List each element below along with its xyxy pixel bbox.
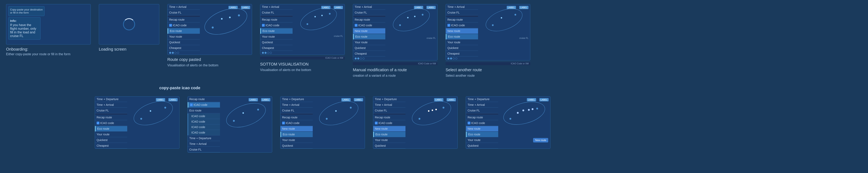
b2-dd-icao2[interactable]: ICAO code	[190, 119, 220, 124]
time-arrival-item-1[interactable]: Time + Arrival	[167, 4, 200, 10]
bottom-svg-4	[405, 97, 458, 130]
b5-dep[interactable]: Time + Departure	[466, 97, 498, 102]
quickest-item-1[interactable]: Quickest	[167, 40, 200, 45]
b4-new[interactable]: New route	[373, 126, 405, 131]
bottom-panel-3-group: Time + Departure Time + Arrival Cruise F…	[280, 96, 365, 149]
b5-icao-icon: ✓	[468, 122, 470, 124]
svg-point-3	[483, 4, 525, 35]
quickest-item-4[interactable]: Quickest	[446, 45, 478, 51]
b4-dep[interactable]: Time + Departure	[373, 97, 405, 102]
cheapest-item-3[interactable]: Cheapest	[353, 51, 385, 56]
dot-2-2	[265, 52, 267, 54]
b1-cheap[interactable]: Cheapest	[95, 143, 127, 149]
b5-wp-1	[517, 112, 519, 114]
cruise-fl-item-1[interactable]: Cruise FL	[167, 10, 200, 16]
b5-arr[interactable]: Time + Arrival	[466, 102, 498, 108]
b3-dep[interactable]: Time + Departure	[280, 97, 313, 102]
your-route-item-2[interactable]: Your route	[260, 34, 292, 40]
b3-your[interactable]: Your route	[280, 138, 313, 143]
cheapest-item-4[interactable]: Cheapest	[446, 51, 478, 56]
b3-eco[interactable]: Eco route	[280, 132, 313, 137]
b2-dd-icao3[interactable]: ICAO code	[190, 124, 220, 130]
icao-code-item-3[interactable]: ✓ ICAO code	[353, 23, 385, 28]
select-another-group: Time + Arrival Cruise FL Recap route ✓ I…	[445, 4, 530, 77]
b5-new[interactable]: New route	[466, 126, 498, 131]
b1-recap[interactable]: Recap route	[95, 115, 127, 120]
cheapest-item-1[interactable]: Cheapest	[167, 45, 200, 51]
b5-fl[interactable]: Cruise FL	[466, 108, 498, 113]
select-another-sublabel: Select another route	[445, 74, 530, 77]
b4-your[interactable]: Your route	[373, 138, 405, 143]
b1-dep[interactable]: Time + Departure	[95, 97, 127, 102]
eco-route-item-2[interactable]: Eco route	[260, 28, 292, 34]
your-route-item-4[interactable]: Your route	[446, 40, 478, 45]
cruise-fl-item-2[interactable]: Cruise FL	[260, 10, 292, 16]
route-copy-label: Route copy pasted	[167, 57, 252, 62]
bottom-sidebar-3: Time + Departure Time + Arrival Cruise F…	[280, 97, 313, 149]
b1-your[interactable]: Your route	[95, 132, 127, 137]
icao-code-item-4[interactable]: ✓ ICAO code	[446, 23, 478, 28]
b5-your[interactable]: Your route	[466, 138, 498, 143]
quickest-item-2[interactable]: Quickest	[260, 40, 292, 45]
new-route-button-map[interactable]: New route	[533, 138, 548, 143]
b1-icao[interactable]: ✓ ICAO code	[95, 120, 127, 126]
b2-dd-icao4[interactable]: ICAO code	[190, 130, 220, 135]
b1-eco[interactable]: Eco route	[95, 126, 127, 131]
b4-quick[interactable]: Quickest	[373, 143, 405, 149]
your-route-item-3[interactable]: Your route	[353, 40, 385, 45]
new-route-item-3[interactable]: New route	[353, 28, 385, 34]
b5-eco[interactable]: Eco route	[466, 132, 498, 137]
recap-route-item-4[interactable]: Recap route	[446, 17, 478, 22]
b2-fl[interactable]: Cruise FL	[188, 147, 220, 152]
b4-arr[interactable]: Time + Arrival	[373, 102, 405, 108]
b1-fl[interactable]: Cruise FL	[95, 108, 127, 113]
cruise-fl-item-4[interactable]: Cruise FL	[446, 10, 478, 16]
cruise-fl-item-3[interactable]: Cruise FL	[353, 10, 385, 16]
b3-icao[interactable]: ✓ ICAO code	[280, 120, 313, 126]
b3-recap[interactable]: Recap route	[280, 115, 313, 120]
b4-eco[interactable]: Eco route	[373, 132, 405, 137]
b4-fl[interactable]: Cruise FL	[373, 108, 405, 113]
dot-4-1	[447, 57, 450, 59]
time-arrival-item-2[interactable]: Time + Arrival	[260, 4, 292, 10]
b2-dd-icao1[interactable]: ICAO code	[190, 114, 220, 119]
new-route-item-4[interactable]: New route	[446, 28, 478, 34]
bottom-map-1: LABEL LABEL	[127, 97, 179, 149]
b3-arr[interactable]: Time + Arrival	[280, 102, 313, 108]
recap-route-item-3[interactable]: Recap route	[353, 17, 385, 22]
recap-route-item-2[interactable]: Recap route	[260, 17, 292, 22]
dot-3-3	[360, 57, 362, 59]
b1-quick[interactable]: Quickest	[95, 138, 127, 143]
icao-code-item-2[interactable]: ✓ ICAO code	[260, 23, 292, 28]
time-arrival-item-4[interactable]: Time + Arrival	[446, 4, 478, 10]
b4-icao[interactable]: ✓ ICAO code	[373, 120, 405, 126]
b3-new[interactable]: New route	[280, 126, 313, 131]
label-chip-4a: LABEL	[519, 6, 528, 9]
time-arrival-item-3[interactable]: Time + Arrival	[353, 4, 385, 10]
b2-icao-active[interactable]: ✓ ICAO code	[188, 102, 220, 108]
b1-wp-end	[164, 107, 166, 108]
bottom-vis-sidebar: Time + Arrival Cruise FL Recap route ✓ I…	[260, 4, 292, 55]
b2-arr[interactable]: Time + Arrival	[188, 141, 220, 147]
your-route-item-1[interactable]: Your route	[167, 34, 200, 40]
b2-recap[interactable]: Recap route	[188, 97, 220, 102]
b1-arr[interactable]: Time + Arrival	[95, 102, 127, 108]
b5-recap[interactable]: Recap route	[466, 115, 498, 120]
b2-dep[interactable]: Time + Departure	[188, 135, 220, 141]
eco-route-item-1[interactable]: Eco route	[167, 28, 200, 34]
icao-code-item-1[interactable]: ✓ ICAO code	[167, 23, 200, 28]
b4-recap[interactable]: Recap route	[373, 115, 405, 120]
recap-route-item-1[interactable]: Recap route	[167, 17, 200, 22]
svg-point-6	[316, 97, 361, 130]
b3-fl[interactable]: Cruise FL	[280, 108, 313, 113]
bottom-map-3: LABEL LABEL	[313, 97, 365, 149]
quickest-item-3[interactable]: Quickest	[353, 45, 385, 51]
b5-icao[interactable]: ✓ ICAO code	[466, 120, 498, 126]
eco-route-item-3[interactable]: Eco route	[353, 34, 385, 40]
b3-quick[interactable]: Quickest	[280, 143, 313, 149]
dot-3-2	[357, 57, 359, 59]
b5-quick[interactable]: Quickest	[466, 143, 498, 149]
b2-eco[interactable]: Eco route	[188, 108, 220, 113]
cheapest-item-2[interactable]: Cheapest	[260, 45, 292, 51]
eco-route-item-4[interactable]: Eco route	[446, 34, 478, 40]
